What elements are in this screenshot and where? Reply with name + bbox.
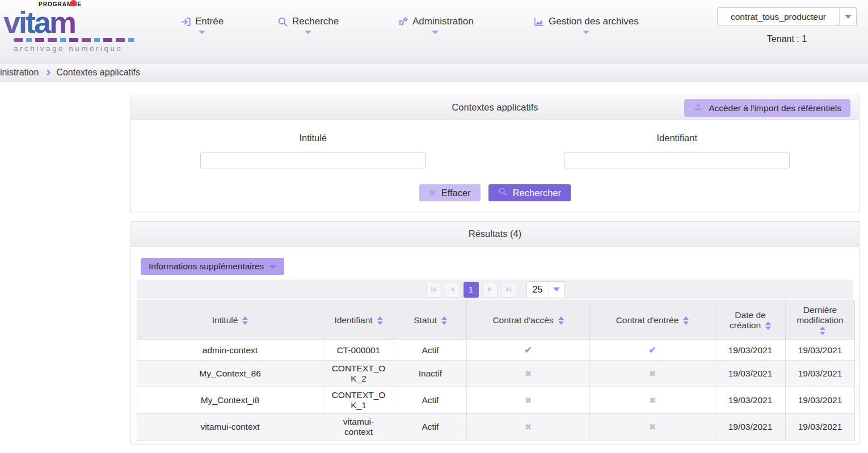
nav-item-administration[interactable]: Administration (397, 16, 474, 34)
next-page-button[interactable] (482, 282, 498, 298)
sort-icon[interactable] (377, 316, 383, 325)
cell-derniere-modification: 19/03/2021 (786, 340, 855, 361)
sort-icon[interactable] (683, 316, 689, 325)
page-size-value: 25 (527, 282, 549, 298)
first-page-button[interactable] (426, 282, 441, 298)
cell-statut: Actif (394, 414, 467, 441)
column-header-contrat-entree[interactable]: Contrat d'entrée (590, 301, 715, 340)
table-row[interactable]: My_Context_i8 CONTEXT_OK_1 Actif ✖ ✖ 19/… (137, 387, 855, 414)
logo-tagline: archivage numérique (14, 44, 134, 53)
extra-info-button-label: Informations supplémentaires (149, 261, 264, 272)
cell-intitule: My_Context_86 (137, 361, 323, 387)
clear-button[interactable]: ✖ Effacer (419, 184, 481, 201)
nav-label: Entrée (195, 16, 224, 27)
vitam-logo: PROGRAMME vitam archivage numérique (3, 1, 134, 53)
field-identifiant: Identifiant (495, 133, 859, 168)
search-form: Intitulé Identifiant ✖ Effacer (131, 120, 859, 213)
search-button[interactable]: Rechercher (488, 184, 571, 201)
pagination-bar: 1 25 (137, 280, 853, 299)
cross-icon: ✖ (525, 369, 532, 378)
column-header-identifiant[interactable]: Identifiant (323, 301, 394, 340)
cell-contrat-acces: ✖ (467, 414, 590, 441)
clear-x-icon: ✖ (429, 188, 436, 197)
sort-icon[interactable] (558, 316, 564, 325)
column-header-derniere-modification[interactable]: Dernière modification (786, 301, 855, 340)
cell-contrat-acces: ✖ (467, 361, 590, 387)
cell-identifiant: CONTEXT_OK_1 (323, 387, 394, 414)
intitule-label: Intitulé (299, 133, 327, 143)
breadcrumb: Administration Contextes applicatifs (0, 63, 868, 82)
cell-identifiant: vitamui-context (323, 414, 394, 441)
contract-select[interactable]: contrat_tous_producteur (717, 7, 857, 26)
search-panel: Contextes applicatifs Accèder à l'import… (130, 95, 859, 213)
results-panel-header: Résultats (4) (131, 222, 859, 247)
nav-item-recherche[interactable]: Recherche (277, 16, 339, 34)
sort-icon[interactable] (242, 316, 248, 325)
column-header-statut[interactable]: Statut (394, 301, 467, 340)
cross-icon: ✖ (525, 396, 532, 405)
nav-label: Gestion des archives (549, 16, 639, 27)
tenant-label: Tenant : 1 (717, 34, 857, 44)
chevron-down-icon[interactable] (839, 8, 856, 26)
sort-icon[interactable] (765, 321, 771, 330)
identifiant-label: Identifiant (656, 133, 697, 143)
sort-icon[interactable] (441, 316, 447, 325)
results-panel: Résultats (4) Informations supplémentair… (130, 221, 859, 444)
search-panel-header: Contextes applicatifs Accèder à l'import… (131, 95, 859, 120)
breadcrumb-item-administration[interactable]: Administration (0, 67, 39, 78)
cross-icon: ✖ (649, 396, 656, 405)
chevron-right-icon (45, 69, 51, 75)
cell-derniere-modification: 19/03/2021 (786, 414, 855, 441)
nav-item-entree[interactable]: Entrée (180, 16, 224, 34)
sort-icon[interactable] (820, 327, 825, 335)
chevron-down-icon (583, 31, 589, 34)
previous-page-button[interactable] (445, 282, 460, 298)
chevron-down-icon (305, 31, 311, 34)
chevron-down-icon[interactable] (549, 282, 564, 298)
identifiant-input[interactable] (564, 153, 790, 168)
contract-select-value: contrat_tous_producteur (718, 8, 839, 26)
search-icon (277, 16, 288, 27)
cell-contrat-entree: ✖ (590, 414, 715, 441)
cell-derniere-modification: 19/03/2021 (786, 387, 855, 414)
sign-in-icon (180, 16, 191, 27)
logo-dot (70, 0, 77, 6)
current-page-button[interactable]: 1 (464, 282, 479, 298)
cell-contrat-entree: ✔ (590, 340, 715, 361)
column-header-contrat-acces[interactable]: Contrat d'accès (467, 301, 590, 340)
cell-date-creation: 19/03/2021 (715, 387, 786, 414)
cell-identifiant: CONTEXT_OK_2 (323, 361, 394, 387)
intitule-input[interactable] (200, 153, 426, 168)
cell-date-creation: 19/03/2021 (715, 414, 786, 441)
table-row[interactable]: admin-context CT-000001 Actif ✔ ✔ 19/03/… (137, 340, 855, 361)
last-page-button[interactable] (501, 282, 516, 298)
search-button-label: Rechercher (513, 188, 561, 198)
cell-identifiant: CT-000001 (323, 340, 394, 361)
breadcrumb-item-contextes[interactable]: Contextes applicatifs (56, 67, 140, 78)
cross-icon: ✖ (649, 422, 656, 431)
nav-item-gestion-archives[interactable]: Gestion des archives (533, 16, 639, 34)
cell-statut: Actif (394, 340, 467, 361)
cell-intitule: My_Context_i8 (137, 387, 323, 414)
nav-label: Administration (412, 16, 474, 27)
column-header-intitule[interactable]: Intitulé (137, 301, 323, 340)
nav-label: Recherche (292, 16, 339, 27)
page-size-select[interactable]: 25 (526, 281, 564, 298)
cell-statut: Inactif (394, 361, 467, 387)
cell-contrat-entree: ✖ (590, 387, 715, 414)
table-row[interactable]: My_Context_86 CONTEXT_OK_2 Inactif ✖ ✖ 1… (137, 361, 855, 387)
table-row[interactable]: vitamui-context vitamui-context Actif ✖ … (137, 414, 855, 441)
upload-icon (693, 103, 703, 114)
import-button-label: Accèder à l'import des référentiels (709, 103, 841, 113)
extra-info-button[interactable]: Informations supplémentaires (141, 258, 284, 275)
field-intitule: Intitulé (131, 133, 495, 168)
column-header-date-creation[interactable]: Date de création (715, 301, 786, 340)
results-title: Résultats (4) (469, 228, 522, 239)
import-referentiels-button[interactable]: Accèder à l'import des référentiels (684, 99, 850, 117)
logo-wordmark: vitam (3, 7, 134, 37)
cell-derniere-modification: 19/03/2021 (786, 361, 855, 387)
check-icon: ✔ (524, 345, 532, 355)
cell-intitule: vitamui-context (137, 414, 323, 441)
gears-icon (397, 16, 408, 27)
cell-intitule: admin-context (137, 340, 323, 361)
